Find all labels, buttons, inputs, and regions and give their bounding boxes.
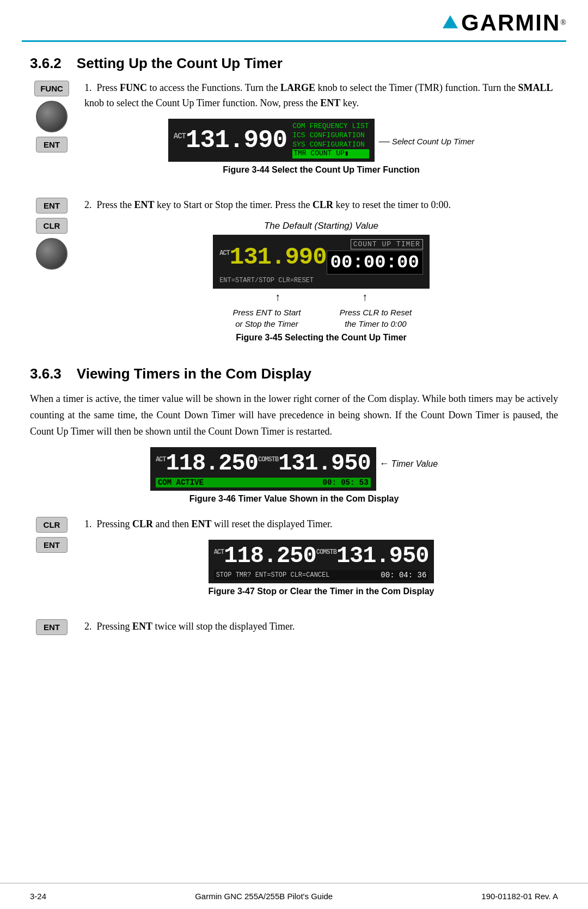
fig46-callout-arrow: ← (379, 458, 389, 469)
fig44-screen: ACT131.990 COM FREQUENCY LIST ICS CONFIG… (168, 119, 375, 162)
fig46-timer-value: 00: 05: 53 (323, 478, 369, 487)
step1-bold1: FUNC (120, 82, 147, 93)
fig46-screen: ACT118.250COM STB131.950 COM ACTIVE 00: … (150, 447, 376, 491)
fig44-freq: ACT131.990 (174, 128, 287, 153)
fig46-act-freq: ACT118.250COM (156, 450, 268, 477)
fig44-callout-text: Select Count Up Timer (392, 137, 475, 146)
fig47-bottom-row: STOP TMR? ENT=STOP CLR=CANCEL 00: 04: 36 (214, 570, 429, 580)
step2-text: 2. Press the ENT key to Start or Stop th… (84, 198, 558, 213)
fig44-menu-item-3: SYS CONFIGURATION (292, 141, 369, 150)
footer-page: 3-24 (30, 892, 46, 901)
fig46-callout-text: Timer Value (391, 459, 438, 469)
ent-button-4: ENT (36, 619, 68, 635)
fig46-container: ACT118.250COM STB131.950 COM ACTIVE 00: … (30, 447, 558, 514)
fig46-caption: Figure 3-46 Timer Value Shown in the Com… (189, 494, 399, 504)
fig45-timer-right: COUNT UP TIMER 00:00:00 (327, 239, 423, 274)
fig45-callout1: Press ENT to Start or Stop the Timer (229, 307, 305, 330)
fig47-screen: ACT118.250COM STB131.950 STOP TMR? ENT=S… (209, 540, 434, 583)
fig47-container: ACT118.250COM STB131.950 STOP TMR? ENT=S… (84, 540, 558, 606)
section-362-heading: 3.6.2 Setting Up the Count Up Timer (30, 55, 558, 72)
arrow-left: ↑ (275, 291, 280, 303)
fig46-screen-wrapper: ACT118.250COM STB131.950 COM ACTIVE 00: … (150, 447, 438, 491)
fig44-menu: COM FREQUENCY LIST ICS CONFIGURATION SYS… (287, 122, 369, 159)
garmin-logo-text: GARMIN (461, 10, 560, 36)
step1-block: FUNC ENT 1. Press FUNC to access the Fun… (30, 81, 558, 188)
step1-text1: to access the Functions. Turn the (147, 82, 280, 93)
step-363-2-content: 2. Pressing ENT twice will stop the disp… (84, 619, 558, 635)
ent-button-2: ENT (36, 198, 68, 213)
garmin-logo: GARMIN® (443, 10, 566, 36)
fig44-caption: Figure 3-44 Select the Count Up Timer Fu… (223, 165, 420, 175)
fig45-top-row: ACT131.990 COUNT UP TIMER 00:00:00 (219, 239, 423, 274)
fig47-top-row: ACT118.250COM STB131.950 (214, 543, 429, 569)
fig44-callout: — Select Count Up Timer (379, 135, 475, 148)
step1-bold3: SMALL (518, 82, 553, 93)
step2-text2: key to reset the timer to 0:00. (333, 199, 451, 210)
fig47-timer-value: 00: 04: 36 (381, 571, 426, 579)
step-363-2-block: ENT 2. Pressing ENT twice will stop the … (30, 619, 558, 635)
garmin-triangle-icon (443, 15, 458, 28)
fig46-callout-side: ← Timer Value (379, 458, 438, 469)
fig44-row1: ACT131.990 COM FREQUENCY LIST ICS CONFIG… (174, 122, 369, 159)
fig47-act-sup: ACT (214, 548, 224, 556)
step363-bold1: CLR (132, 518, 153, 529)
section-363-title: Viewing Timers in the Com Display (77, 365, 311, 382)
step2-text1: key to Start or Stop the timer. Press th… (155, 199, 313, 210)
step-363-1-buttons: CLR ENT (30, 517, 74, 609)
fig45-timer-label: COUNT UP TIMER (351, 239, 423, 249)
func-button: FUNC (34, 81, 69, 96)
arrow-right: ↑ (362, 291, 367, 303)
fig45-callout-arrows: ↑ ↑ (234, 291, 408, 303)
footer: 3-24 Garmin GNC 255A/255B Pilot's Guide … (0, 883, 588, 909)
fig45-container: The Default (Starting) Value ACT131.990 … (84, 221, 558, 352)
ent-button-3: ENT (36, 537, 68, 553)
fig44-container: ACT131.990 COM FREQUENCY LIST ICS CONFIG… (84, 119, 558, 185)
fig45-timer-value: 00:00:00 (327, 251, 423, 274)
step1-text4: key. (340, 97, 359, 108)
fig44-screen-wrapper: ACT131.990 COM FREQUENCY LIST ICS CONFIG… (168, 119, 474, 162)
step-363-1-content: 1. Pressing CLR and then ENT will reset … (84, 517, 558, 609)
large-knob (36, 101, 68, 132)
fig45-caption: Figure 3-45 Selecting the Count Up Timer (236, 333, 407, 343)
fig44-menu-item-2: ICS CONFIGURATION (292, 131, 369, 141)
fig44-menu-item-4: TMR COUNT UP▮ (292, 149, 369, 158)
step363-bold2: ENT (192, 518, 212, 529)
section-363-body: When a timer is active, the timer value … (30, 391, 558, 440)
step-363-2-text: 2. Pressing ENT twice will stop the disp… (84, 619, 558, 635)
step2-bold1: ENT (134, 199, 155, 210)
step363-text-before: Pressing (97, 518, 133, 529)
step2-buttons: ENT CLR (30, 198, 74, 356)
main-content: 3.6.2 Setting Up the Count Up Timer FUNC… (0, 42, 588, 635)
step2-text-before: Press the (97, 199, 134, 210)
step-363-2-buttons: ENT (30, 619, 74, 635)
footer-center: Garmin GNC 255A/255B Pilot's Guide (195, 892, 333, 901)
fig44-act-sup: ACT (174, 131, 186, 140)
fig46-top-row: ACT118.250COM STB131.950 (156, 450, 371, 477)
fig45-screen: ACT131.990 COUNT UP TIMER 00:00:00 ENT=S… (213, 235, 430, 289)
step-363-1-block: CLR ENT 1. Pressing CLR and then ENT wil… (30, 517, 558, 609)
fig47-stb-sup: STB (326, 548, 336, 556)
fig45-callout2-text: Press CLR to Reset the Timer to 0:00 (340, 308, 412, 328)
section-363-number: 3.6.3 (30, 365, 62, 382)
fig46-com-label: COM (258, 456, 268, 463)
step363-2-text1: twice will stop the displayed Timer. (152, 621, 295, 632)
step363-text2: will reset the displayed Timer. (212, 518, 333, 529)
step1-text-before1: Press (97, 82, 120, 93)
step1-content: 1. Press FUNC to access the Functions. T… (84, 81, 558, 188)
step1-bold4: ENT (320, 97, 340, 108)
step1-bold2: LARGE (280, 82, 315, 93)
section-363-heading: 3.6.3 Viewing Timers in the Com Display (30, 365, 558, 382)
step1-text2: knob to select the Timer (TMR) function.… (315, 82, 518, 93)
fig46-stb-sup: STB (268, 456, 279, 463)
callout-dash: — (379, 135, 390, 148)
clr-button-2: CLR (36, 517, 68, 533)
fig47-com-label: COM (316, 548, 327, 556)
fig46-bottom-left: COM ACTIVE (158, 478, 204, 487)
fig46-bottom-row: COM ACTIVE 00: 05: 53 (156, 478, 371, 487)
fig45-screen-wrapper: ACT131.990 COUNT UP TIMER 00:00:00 ENT=S… (213, 235, 430, 289)
step2-bold2: CLR (313, 199, 333, 210)
small-knob (36, 238, 68, 270)
ent-button: ENT (36, 137, 68, 152)
fig46-act-sup: ACT (156, 456, 166, 463)
fig45-callout-arrows-row: ↑ ↑ (234, 291, 408, 303)
